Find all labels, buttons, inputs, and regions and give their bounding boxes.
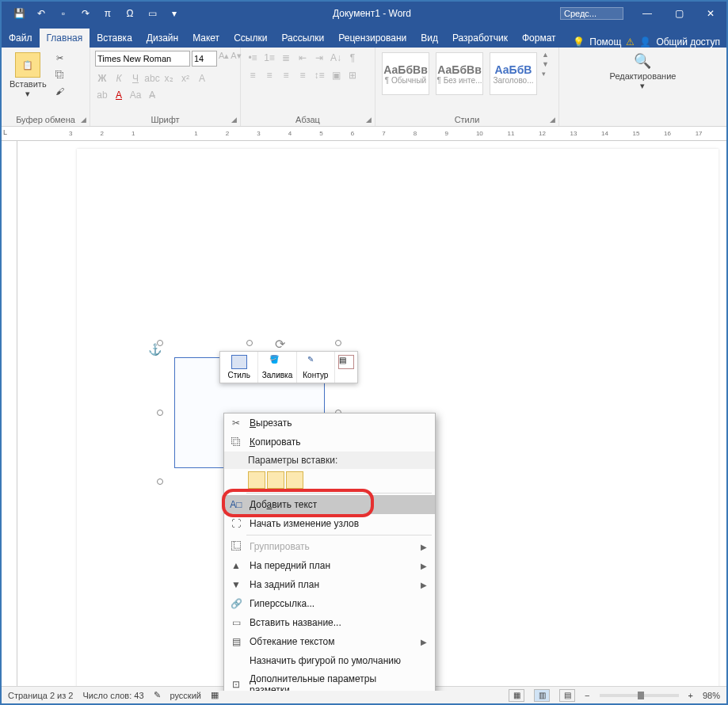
justify-icon[interactable]: ≡ bbox=[295, 68, 310, 82]
page-break-icon[interactable]: ▭ bbox=[143, 4, 162, 23]
zoom-slider[interactable] bbox=[600, 694, 679, 697]
align-right-icon[interactable]: ≡ bbox=[279, 68, 293, 82]
decrease-indent-icon[interactable]: ⇤ bbox=[295, 51, 310, 65]
help-label[interactable]: Помощ bbox=[589, 36, 621, 48]
zoom-value[interactable]: 98% bbox=[703, 691, 720, 700]
change-case-icon[interactable]: Aa bbox=[128, 88, 143, 102]
omega-icon[interactable]: Ω bbox=[120, 4, 139, 23]
format-painter-icon[interactable]: 🖌 bbox=[53, 84, 67, 98]
bold-icon[interactable]: Ж bbox=[95, 71, 109, 86]
multilevel-icon[interactable]: ≣ bbox=[279, 51, 293, 65]
minimize-button[interactable]: — bbox=[631, 2, 663, 25]
redo-icon[interactable]: ↷ bbox=[76, 4, 95, 23]
cm-send-back[interactable]: ▼На задний план▶ bbox=[224, 575, 435, 594]
tab-developer[interactable]: Разработчик bbox=[445, 29, 515, 48]
cm-insert-caption[interactable]: ▭Вставить название... bbox=[224, 613, 435, 632]
paste-option-3[interactable] bbox=[286, 471, 303, 489]
share-icon[interactable]: 👤 bbox=[639, 36, 651, 48]
sort-icon[interactable]: A↓ bbox=[329, 51, 343, 65]
cm-bring-front[interactable]: ▲На передний план▶ bbox=[224, 556, 435, 575]
tab-file[interactable]: Файл bbox=[2, 29, 40, 48]
font-size-input[interactable] bbox=[192, 51, 217, 67]
tab-design[interactable]: Дизайн bbox=[139, 29, 185, 48]
font-name-input[interactable] bbox=[95, 51, 190, 67]
align-left-icon[interactable]: ≡ bbox=[246, 68, 260, 82]
horizontal-ruler[interactable]: L 3211234567891011121314151617 bbox=[2, 127, 726, 141]
rotate-handle-icon[interactable]: ⟳ bbox=[275, 337, 289, 351]
undo-icon[interactable]: ↶ bbox=[32, 4, 51, 23]
resize-handle-w[interactable] bbox=[157, 410, 163, 416]
macro-icon[interactable]: ▦ bbox=[211, 690, 219, 700]
resize-handle-ne[interactable] bbox=[335, 340, 341, 346]
pi-icon[interactable]: π bbox=[98, 4, 117, 23]
tab-review[interactable]: Рецензировани bbox=[331, 29, 414, 48]
strike-icon[interactable]: abc bbox=[145, 71, 159, 86]
cm-wrap-text[interactable]: ▤Обтекание текстом▶ bbox=[224, 632, 435, 651]
tell-me-search[interactable]: Средс... bbox=[560, 7, 623, 20]
status-words[interactable]: Число слов: 43 bbox=[82, 691, 143, 700]
proofing-icon[interactable]: ✎ bbox=[154, 690, 161, 700]
styles-more-icon[interactable]: ▾ bbox=[542, 70, 549, 78]
resize-handle-n[interactable] bbox=[246, 340, 253, 346]
tab-layout[interactable]: Макет bbox=[185, 29, 227, 48]
line-spacing-icon[interactable]: ↕≡ bbox=[312, 68, 326, 82]
zoom-out-button[interactable]: − bbox=[585, 691, 589, 700]
tab-mailings[interactable]: Рассылки bbox=[274, 29, 331, 48]
options-icon[interactable]: ▾ bbox=[165, 4, 184, 23]
mini-fill-button[interactable]: 🪣Заливка bbox=[258, 352, 296, 383]
highlight-icon[interactable]: ab bbox=[95, 88, 109, 102]
warning-icon[interactable]: ⚠ bbox=[626, 36, 635, 48]
maximize-button[interactable]: ▢ bbox=[663, 2, 695, 25]
align-center-icon[interactable]: ≡ bbox=[262, 68, 276, 82]
share-label[interactable]: Общий доступ bbox=[656, 36, 720, 48]
tab-references[interactable]: Ссылки bbox=[227, 29, 274, 48]
style-no-spacing[interactable]: АаБбВв¶ Без инте... bbox=[436, 52, 483, 95]
vertical-ruler[interactable] bbox=[2, 141, 17, 691]
help-icon[interactable]: 💡 bbox=[573, 36, 585, 48]
borders-icon[interactable]: ⊞ bbox=[345, 68, 360, 82]
paste-button[interactable]: 📋 Вставить▾ bbox=[6, 51, 50, 101]
copy-icon[interactable]: ⿻ bbox=[53, 67, 67, 82]
close-button[interactable]: ✕ bbox=[695, 2, 726, 25]
mini-outline-button[interactable]: ✎Контур bbox=[297, 352, 335, 383]
tab-view[interactable]: Вид bbox=[414, 29, 445, 48]
editing-button[interactable]: 🔍 Редактирование▾ bbox=[607, 51, 680, 93]
cm-hyperlink[interactable]: 🔗Гиперссылка... bbox=[224, 594, 435, 613]
cut-icon[interactable]: ✂ bbox=[53, 51, 67, 65]
print-layout-button[interactable]: ▥ bbox=[534, 689, 550, 702]
text-effect-icon[interactable]: A bbox=[195, 71, 209, 86]
font-color-icon[interactable]: A bbox=[112, 88, 126, 102]
save-icon[interactable]: 💾 bbox=[10, 4, 29, 23]
web-layout-button[interactable]: ▤ bbox=[559, 689, 575, 702]
tab-format[interactable]: Формат bbox=[515, 29, 563, 48]
mini-wrap-button[interactable]: ▤ bbox=[335, 352, 357, 383]
zoom-in-button[interactable]: + bbox=[688, 691, 693, 700]
superscript-icon[interactable]: x² bbox=[178, 71, 192, 86]
underline-icon[interactable]: Ч bbox=[128, 71, 143, 86]
page-viewport[interactable]: ⚓ ⟳ Стиль 🪣Заливка ✎Контур ▤ ✂ВВырезатьы… bbox=[17, 141, 726, 691]
clear-format-icon[interactable]: A̶ bbox=[145, 88, 159, 102]
increase-indent-icon[interactable]: ⇥ bbox=[312, 51, 326, 65]
styles-up-icon[interactable]: ▲ bbox=[542, 51, 549, 59]
paste-option-2[interactable] bbox=[267, 471, 284, 489]
resize-handle-sw[interactable] bbox=[157, 478, 163, 485]
cm-cut[interactable]: ✂ВВырезатьырезать bbox=[224, 413, 435, 433]
resize-handle-nw[interactable] bbox=[157, 340, 163, 346]
number-list-icon[interactable]: 1≡ bbox=[262, 51, 276, 65]
cm-copy[interactable]: ⿻КопироватьКопировать bbox=[224, 433, 435, 452]
cm-set-default[interactable]: Назначить фигурой по умолчанию bbox=[224, 651, 435, 670]
style-heading1[interactable]: АаБбВЗаголово... bbox=[490, 52, 537, 95]
mini-style-button[interactable]: Стиль bbox=[220, 352, 258, 383]
tab-insert[interactable]: Вставка bbox=[90, 29, 139, 48]
cm-edit-points[interactable]: ⛶Начать изменение узлов bbox=[224, 514, 435, 533]
paste-option-1[interactable] bbox=[248, 471, 265, 489]
italic-icon[interactable]: К bbox=[112, 71, 126, 86]
cm-more-layout[interactable]: ⊡Дополнительные параметры разметки... bbox=[224, 670, 435, 691]
bullet-list-icon[interactable]: •≡ bbox=[246, 51, 260, 65]
styles-down-icon[interactable]: ▼ bbox=[542, 60, 549, 68]
cm-add-text[interactable]: A□Добавить текстДобавить текст bbox=[224, 495, 435, 514]
style-normal[interactable]: АаБбВв¶ Обычный bbox=[382, 52, 429, 95]
subscript-icon[interactable]: x₂ bbox=[162, 71, 176, 86]
status-page[interactable]: Страница 2 из 2 bbox=[8, 691, 73, 700]
read-mode-button[interactable]: ▦ bbox=[509, 689, 524, 702]
